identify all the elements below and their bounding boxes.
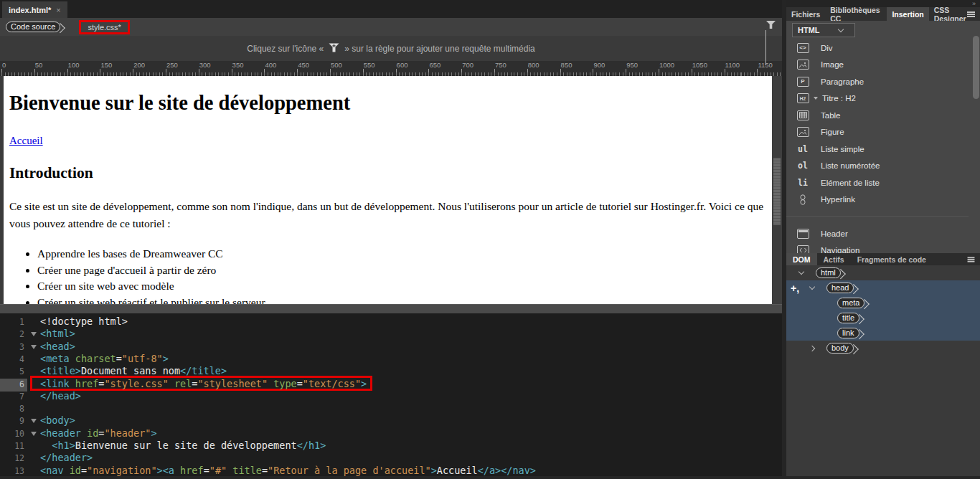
code-line[interactable]: 10<header id="header"> xyxy=(0,427,782,440)
insert-item-hyperlink[interactable]: Hyperlink xyxy=(786,191,974,209)
document-tab[interactable]: index.html* × xyxy=(2,1,67,18)
code-line[interactable]: 1<!doctype html> xyxy=(0,316,782,328)
insert-panel: HTML <>DivImagePParagrapheH2Titre : H2Ta… xyxy=(786,21,980,253)
dom-node-meta[interactable]: meta xyxy=(786,295,980,310)
code-line[interactable]: 13<nav id="navigation"><a href="#" title… xyxy=(0,465,782,476)
insert-category-value: HTML xyxy=(798,26,820,34)
hyperlink-icon xyxy=(795,194,811,205)
page-paragraph: Ce site est un site de développement, co… xyxy=(9,198,765,232)
code-line[interactable]: 4<meta charset="utf-8"> xyxy=(0,353,782,365)
insert-item-div[interactable]: <>Div xyxy=(786,39,974,57)
insert-item-paragraph[interactable]: PParagraphe xyxy=(786,73,974,90)
line-number: 12 xyxy=(0,452,27,465)
code-line[interactable]: 3<head> xyxy=(0,341,782,353)
view-splitter[interactable] xyxy=(0,304,782,313)
chevron-right-icon[interactable] xyxy=(809,345,815,351)
insert-item-header[interactable]: Header xyxy=(786,225,974,242)
insert-item-figure[interactable]: Figure xyxy=(786,124,974,141)
ruler-label: 800 xyxy=(528,61,540,69)
design-scrollbar-track[interactable] xyxy=(772,76,782,304)
code-line[interactable]: 8 xyxy=(0,402,782,414)
insert-item-table[interactable]: Table xyxy=(786,107,974,124)
dom-tag-body[interactable]: body xyxy=(826,343,854,354)
panel-tab-insertion[interactable]: Insertion xyxy=(887,7,928,21)
code-line-text: </head> xyxy=(40,390,81,402)
funnel-plus-icon xyxy=(329,43,339,54)
code-line[interactable]: 2<html> xyxy=(0,328,782,340)
panel-tab-biblioth-ques-cc[interactable]: Bibliothèques CC xyxy=(825,7,887,21)
insert-item-ul[interactable]: ulListe simple xyxy=(786,141,974,158)
code-line[interactable]: 9<body> xyxy=(0,414,782,427)
dom-node-html[interactable]: html xyxy=(786,265,980,280)
close-icon[interactable]: × xyxy=(56,6,60,14)
accueil-link[interactable]: Accueil xyxy=(9,135,43,147)
paragraph-icon: P xyxy=(795,77,811,87)
code-line[interactable]: 6<link href="style.css" rel="stylesheet"… xyxy=(0,377,782,389)
media-query-funnel-icon[interactable] xyxy=(765,19,776,29)
insert-item-image[interactable]: Image xyxy=(786,57,974,74)
ruler-label: 900 xyxy=(593,61,605,69)
code-view[interactable]: 1<!doctype html>2<html>3<head>4<meta cha… xyxy=(0,313,782,476)
line-number: 4 xyxy=(0,354,27,366)
dom-node-body[interactable]: body xyxy=(786,341,980,356)
ruler-label: 0 xyxy=(2,61,6,69)
line-number: 11 xyxy=(0,440,27,452)
code-source-button[interactable]: Code source xyxy=(6,22,60,32)
dom-tag-link[interactable]: link xyxy=(837,328,859,338)
media-query-guide-line xyxy=(765,30,766,65)
line-number: 2 xyxy=(0,328,27,341)
ruler-label: 500 xyxy=(331,61,342,69)
dom-tag-html[interactable]: html xyxy=(816,267,841,278)
ruler-label: 200 xyxy=(133,61,145,69)
dom-tag-head[interactable]: head xyxy=(826,283,854,293)
design-scrollbar-thumb[interactable] xyxy=(773,158,781,225)
ruler-label: 50 xyxy=(35,61,43,69)
insert-item-li[interactable]: liElément de liste xyxy=(786,174,974,191)
ruler-label: 150 xyxy=(100,61,112,69)
insert-divider xyxy=(786,208,974,225)
code-line-text: <nav id="navigation"><a href="#" title="… xyxy=(40,465,536,476)
code-fold-arrow[interactable] xyxy=(27,427,40,440)
media-query-hint-bar: Cliquez sur l'icône « » sur la règle pou… xyxy=(0,36,782,61)
code-fold-arrow[interactable] xyxy=(27,328,40,340)
insert-item-label: Titre : H2 xyxy=(822,94,856,103)
code-line[interactable]: 12</header> xyxy=(0,452,782,464)
design-page[interactable]: Bienvenue sur le site de développement A… xyxy=(4,76,772,304)
chevron-down-icon[interactable] xyxy=(814,97,818,100)
code-line[interactable]: 7</head> xyxy=(0,390,782,402)
ruler-label: 400 xyxy=(265,61,276,69)
insert-scrollbar-thumb[interactable] xyxy=(973,36,979,99)
dom-node-title[interactable]: title xyxy=(786,310,980,326)
code-line-text: <meta charset="utf-8"> xyxy=(40,353,169,364)
related-file-stylecss[interactable]: style.css* xyxy=(88,23,121,32)
dom-tag-title[interactable]: title xyxy=(837,313,859,323)
dom-node-link[interactable]: link xyxy=(786,326,980,341)
chevron-down-icon[interactable] xyxy=(809,284,815,290)
horizontal-ruler[interactable]: 0501001502002503003504004505005506006507… xyxy=(0,61,782,76)
add-element-button[interactable]: +, xyxy=(791,283,799,294)
dom-menu-icon[interactable] xyxy=(968,257,975,262)
panel-tab-fichiers[interactable]: Fichiers xyxy=(786,7,825,21)
dom-tab-dom[interactable]: DOM xyxy=(786,253,817,265)
header-icon xyxy=(795,229,811,239)
insert-category-dropdown[interactable]: HTML xyxy=(792,23,855,37)
ruler-label: 850 xyxy=(561,61,573,69)
chevron-down-icon[interactable] xyxy=(798,269,804,275)
panel-menu-icon[interactable] xyxy=(967,11,975,17)
dom-node-head[interactable]: +,head xyxy=(786,280,980,295)
insert-item-label: Div xyxy=(821,44,833,52)
dom-tab-actifs[interactable]: Actifs xyxy=(817,253,851,265)
code-fold-arrow[interactable] xyxy=(27,341,40,353)
insert-item-label: Hyperlink xyxy=(821,195,855,204)
code-line[interactable]: 11 <h1>Bienvenue sur le site de développ… xyxy=(0,440,782,452)
dom-tab-fragments-de-code[interactable]: Fragments de code xyxy=(851,253,933,265)
code-fold-arrow[interactable] xyxy=(27,414,40,427)
ruler-label: 650 xyxy=(429,61,440,69)
dom-tag-meta[interactable]: meta xyxy=(837,298,864,308)
document-area: index.html* × Code source style.css* Cli… xyxy=(0,0,782,479)
insert-item-h2[interactable]: H2Titre : H2 xyxy=(786,90,974,108)
ruler-label: 1100 xyxy=(725,61,740,69)
list-item: Apprendre les bases de Dreamweaver CC xyxy=(37,246,765,262)
insert-item-ol[interactable]: olListe numérotée xyxy=(786,158,974,175)
insert-item-navigation[interactable]: Navigation xyxy=(786,242,974,254)
